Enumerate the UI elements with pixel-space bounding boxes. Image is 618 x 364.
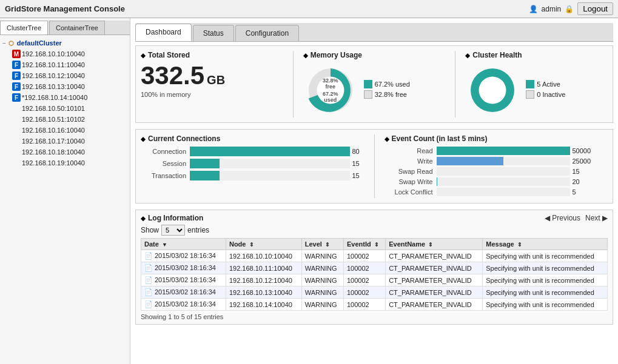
- node-type-icon: [12, 104, 21, 113]
- legend-used: 67.2% used: [364, 80, 410, 88]
- tree-node-7[interactable]: 192.168.10.51:10102: [0, 114, 130, 125]
- memory-usage-title: ◆ Memory Usage: [303, 51, 446, 59]
- dashboard-top-row: ◆ Total Stored 332.5 GB 100% in memory ◆: [135, 45, 613, 123]
- titlebar: GridStore Management Console 👤 admin 🔒 L…: [0, 0, 618, 18]
- event-bar-swapread: Swap Read 15: [385, 167, 608, 176]
- tree-node-3[interactable]: F 192.168.10.12:10040: [0, 70, 130, 81]
- event-bar-bg: [437, 167, 570, 176]
- entries-label: entries: [187, 226, 209, 234]
- cell-node: 192.168.10.10:10040: [226, 250, 301, 262]
- diamond-icon: ◆: [303, 52, 308, 59]
- inactive-color: [526, 90, 534, 99]
- col-node[interactable]: Node ⇕: [226, 239, 301, 250]
- cell-level: WARNING: [301, 274, 343, 286]
- legend-free: 32.8% free: [364, 90, 410, 99]
- event-bar-fill: [437, 147, 570, 155]
- cell-level: WARNING: [301, 286, 343, 299]
- node-type-icon: [12, 159, 21, 167]
- cell-message: Specifying with unit is recommended: [483, 262, 608, 274]
- tree-node-11[interactable]: 192.168.10.19:10040: [0, 157, 130, 168]
- bar-bg: [190, 171, 350, 180]
- tab-dashboard[interactable]: Dashboard: [135, 24, 192, 41]
- bar-row-connection: Connection 80: [141, 147, 364, 156]
- sidebar-tab-clustertree[interactable]: ClusterTree: [0, 21, 48, 35]
- event-bar-read: Read 50000: [385, 147, 608, 155]
- tree-node-10[interactable]: 192.168.10.18:10040: [0, 147, 130, 157]
- tree-node-5[interactable]: F *192.168.10.14:10040: [0, 92, 130, 103]
- col-date[interactable]: Date ▼: [141, 239, 226, 250]
- show-select[interactable]: 5 10 25 50: [161, 225, 185, 236]
- tree-node-2[interactable]: F 192.168.10.11:10040: [0, 59, 130, 70]
- app-title: GridStore Management Console: [5, 4, 125, 13]
- cell-message: Specifying with unit is recommended: [483, 274, 608, 286]
- tree-node-8[interactable]: 192.168.10.16:10040: [0, 125, 130, 136]
- event-bar-bg: [437, 157, 570, 165]
- cell-node: 192.168.10.12:10040: [226, 274, 301, 286]
- prev-button[interactable]: ◀ Previous: [545, 214, 580, 222]
- user-icon: 👤: [529, 5, 538, 13]
- node-type-icon: [12, 148, 21, 156]
- event-label: Lock Conflict: [385, 188, 433, 196]
- cell-eventname: CT_PARAMETER_INVALID: [386, 286, 483, 299]
- cell-message: Specifying with unit is recommended: [483, 250, 608, 262]
- node-type-icon: [12, 137, 21, 145]
- event-bar-bg: [437, 147, 570, 155]
- total-stored-unit: GB: [207, 73, 225, 87]
- table-row: 📄2015/03/02 18:16:34 192.168.10.12:10040…: [141, 274, 608, 286]
- tree-node-1[interactable]: M 192.168.10.10:10040: [0, 48, 130, 59]
- logout-button[interactable]: Logout: [577, 2, 613, 15]
- sort-icon: ⇕: [325, 242, 330, 248]
- col-eventid[interactable]: EventId ⇕: [343, 239, 385, 250]
- health-section: 5 Active 5 Active 0 Inactive: [465, 63, 608, 117]
- divider: [374, 134, 375, 198]
- log-controls-row: ◆ Log Information ◀ Previous Next ▶: [141, 214, 608, 222]
- tab-configuration[interactable]: Configuration: [235, 25, 299, 41]
- node-label: 192.168.10.11:10040: [22, 61, 85, 68]
- bar-bg: [190, 159, 350, 168]
- total-stored-value-row: 332.5 GB: [141, 63, 283, 88]
- bar-value: 15: [352, 172, 364, 179]
- total-stored-sub: 100% in memory: [141, 91, 283, 98]
- tab-status[interactable]: Status: [193, 25, 234, 41]
- sort-icon: ⇕: [428, 242, 433, 248]
- content-area: ClusterTree ContainerTree − ⬡ defaultClu…: [0, 18, 618, 364]
- node-label: 192.168.10.13:10040: [22, 83, 85, 90]
- log-footer: Showing 1 to 5 of 15 entries: [141, 313, 608, 320]
- bar-fill: [190, 147, 350, 156]
- events-title: ◆ Event Count (in last 5 mins): [385, 134, 608, 143]
- tree-node-9[interactable]: 192.168.10.17:10040: [0, 136, 130, 147]
- user-area: 👤 admin 🔒 Logout: [529, 2, 613, 15]
- log-nav: ◀ Previous Next ▶: [545, 214, 608, 222]
- tree: − ⬡ defaultCluster M 192.168.10.10:10040…: [0, 35, 130, 171]
- diamond-icon: ◆: [141, 136, 146, 142]
- sidebar-tab-containertree[interactable]: ContainerTree: [49, 21, 105, 35]
- next-button[interactable]: Next ▶: [585, 214, 608, 222]
- node-type-icon: [12, 126, 21, 134]
- node-type-icon: F: [12, 71, 21, 80]
- legend-inactive: 0 Inactive: [526, 90, 565, 99]
- svg-point-3: [479, 77, 506, 104]
- node-label: 192.168.10.19:10040: [22, 159, 85, 167]
- used-color: [364, 80, 372, 88]
- bar-value: 80: [352, 148, 364, 155]
- health-legend: 5 Active 0 Inactive: [526, 80, 565, 101]
- event-label: Read: [385, 147, 433, 154]
- total-stored-section: ◆ Total Stored 332.5 GB 100% in memory: [141, 51, 283, 117]
- cell-eventid: 100002: [343, 299, 385, 311]
- tree-node-6[interactable]: 192.168.10.50:10101: [0, 103, 130, 114]
- tree-node-4[interactable]: F 192.168.10.13:10040: [0, 81, 130, 92]
- event-value: 50000: [573, 147, 591, 154]
- col-message[interactable]: Message ⇕: [483, 239, 608, 250]
- node-label: 192.168.10.10:10040: [22, 50, 85, 58]
- diamond-icon: ◆: [141, 52, 146, 59]
- node-label: 192.168.10.17:10040: [22, 137, 85, 145]
- tree-root-item[interactable]: − ⬡ defaultCluster: [0, 38, 130, 48]
- log-table: Date ▼ Node ⇕ Level ⇕ EventId ⇕ EventNam…: [141, 238, 608, 311]
- health-pie-svg: [465, 63, 520, 117]
- bar-bg: [190, 147, 350, 156]
- cell-level: WARNING: [301, 262, 343, 274]
- col-eventname[interactable]: EventName ⇕: [386, 239, 483, 250]
- col-level[interactable]: Level ⇕: [301, 239, 343, 250]
- table-row: 📄2015/03/02 18:16:34 192.168.10.14:10040…: [141, 299, 608, 311]
- legend-active: 5 Active: [526, 80, 565, 88]
